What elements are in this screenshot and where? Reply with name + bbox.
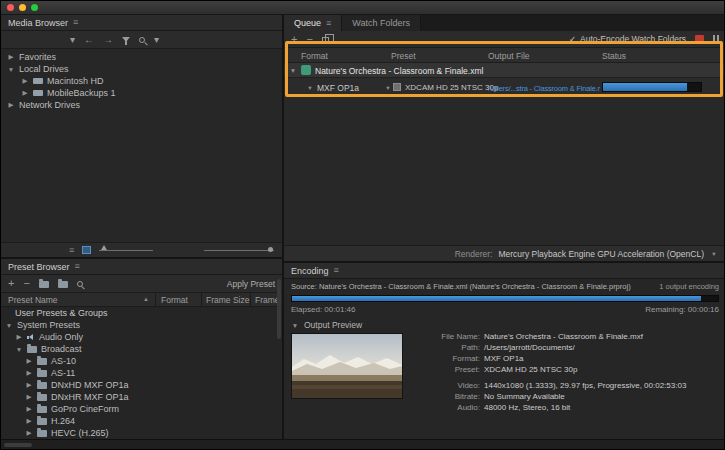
preview-thumbnail [291, 333, 403, 399]
detail-row: Bitrate: No Summary Available [422, 391, 686, 402]
preset-item-dnxhd[interactable]: ▶ DNxHD MXF OP1a [1, 379, 282, 391]
folder-icon [37, 394, 47, 401]
preset-item-as11[interactable]: ▶ AS-11 [1, 367, 282, 379]
disclosure-closed-icon[interactable]: ▶ [25, 381, 33, 389]
create-group-icon[interactable] [39, 281, 49, 288]
search-dropdown-icon[interactable]: ▾ [154, 35, 159, 45]
folder-icon [37, 358, 47, 365]
detail-key: Preset: [422, 364, 480, 375]
preset-search-icon[interactable] [77, 281, 83, 287]
close-window-button[interactable] [7, 4, 14, 11]
delete-preset-icon[interactable]: − [23, 278, 29, 289]
column-header-format[interactable]: Format [161, 295, 188, 305]
panel-menu-icon[interactable]: ≡ [75, 262, 80, 271]
encoding-title: Encoding [291, 266, 329, 276]
detail-row: File Name: Nature's Orchestra - Classroo… [422, 331, 686, 342]
detail-row: Path: /Users/jarrott/Documents/ [422, 342, 686, 353]
preset-item-dnxhr[interactable]: ▶ DNxHR MXF OP1a [1, 391, 282, 403]
preset-item-gopro[interactable]: ▶ GoPro CineForm [1, 403, 282, 415]
search-icon[interactable] [139, 37, 145, 43]
preset-item-as10[interactable]: ▶ AS-10 [1, 355, 282, 367]
disclosure-closed-icon[interactable]: ▶ [25, 357, 33, 365]
preset-browser-header[interactable]: Preset Browser ≡ [1, 259, 282, 275]
preset-scrollbar[interactable] [277, 279, 281, 339]
encoding-header[interactable]: Encoding ≡ [284, 263, 725, 279]
preset-item-label: DNxHR MXF OP1a [51, 392, 129, 402]
disclosure-closed-icon[interactable]: ▶ [25, 417, 33, 425]
disclosure-open-icon[interactable]: ▼ [15, 346, 23, 353]
encoding-source-text: Source: Nature's Orchestra - Classroom &… [291, 282, 631, 291]
disclosure-open-icon[interactable]: ▼ [7, 66, 15, 73]
create-preset-icon[interactable]: + [8, 278, 14, 289]
detail-value: 1440x1080 (1.3333), 29.97 fps, Progressi… [484, 380, 686, 391]
tree-item-local-drives[interactable]: ▼ Local Drives [1, 63, 282, 75]
detail-value: No Summary Available [484, 391, 565, 402]
highlight-annotation [285, 41, 723, 97]
renderer-label: Renderer: [455, 249, 493, 259]
horizontal-scrollbar[interactable] [4, 443, 32, 447]
tree-item-macintosh-hd[interactable]: ▶ Macintosh HD [1, 75, 282, 87]
thumbnail-view-icon[interactable] [82, 246, 91, 254]
disclosure-closed-icon[interactable]: ▶ [7, 101, 15, 109]
panel-menu-icon[interactable]: ≡ [73, 18, 78, 27]
preset-item-system-presets[interactable]: ▼ System Presets [1, 319, 282, 331]
window-status-bar [1, 439, 724, 449]
preset-item-h264[interactable]: ▶ H.264 [1, 415, 282, 427]
preset-item-label: System Presets [17, 320, 80, 330]
scrub-slider[interactable] [204, 250, 274, 251]
folder-icon [37, 430, 47, 437]
panel-menu-icon[interactable]: ≡ [334, 266, 339, 275]
preset-item-label: HEVC (H.265) [51, 428, 109, 438]
minimize-window-button[interactable] [19, 4, 26, 11]
column-header-preset-name[interactable]: Preset Name [8, 295, 58, 305]
folder-icon [37, 370, 47, 377]
slider-handle[interactable] [101, 245, 107, 250]
tab-watch-folders[interactable]: Watch Folders [342, 15, 421, 31]
thumbnail-size-slider[interactable] [99, 250, 153, 251]
panel-menu-icon[interactable]: ≡ [326, 19, 331, 28]
media-browser-footer: ≡ [1, 242, 282, 257]
back-icon[interactable]: ← [84, 35, 94, 45]
tab-queue[interactable]: Queue ≡ [284, 15, 342, 31]
sort-asc-icon[interactable]: ▲ [143, 296, 149, 302]
encoding-panel: Encoding ≡ Source: Nature's Orchestra - … [284, 263, 725, 441]
preset-item-hevc[interactable]: ▶ HEVC (H.265) [1, 427, 282, 439]
forward-icon[interactable]: → [103, 35, 113, 45]
preset-item-user-presets[interactable]: User Presets & Groups [1, 307, 282, 319]
slider-knob[interactable] [268, 247, 273, 252]
disclosure-closed-icon[interactable]: ▶ [15, 333, 23, 341]
encoding-progress-fill [292, 296, 701, 301]
output-preview-toggle[interactable]: ▼ Output Preview [284, 314, 725, 330]
filter-icon[interactable] [122, 37, 130, 42]
tree-item-network-drives[interactable]: ▶ Network Drives [1, 99, 282, 111]
source-dropdown-icon[interactable]: ▾ [70, 35, 75, 45]
encoding-times-row: Elapsed: 00:01:46 Remaining: 00:00:16 [284, 302, 725, 314]
renderer-dropdown-icon[interactable]: ▾ [710, 250, 718, 258]
disclosure-closed-icon[interactable]: ▶ [7, 53, 15, 61]
preset-item-broadcast[interactable]: ▼ Broadcast [1, 343, 282, 355]
import-preset-icon[interactable] [58, 281, 68, 288]
folder-icon [37, 418, 47, 425]
media-browser-title: Media Browser [8, 18, 68, 28]
disclosure-closed-icon[interactable]: ▶ [21, 77, 29, 85]
disclosure-closed-icon[interactable]: ▶ [25, 393, 33, 401]
remaining-time: Remaining: 00:00:16 [645, 305, 719, 314]
media-browser-toolbar: ▾ ← → ▾ [1, 31, 282, 49]
renderer-select[interactable]: Mercury Playback Engine GPU Acceleration… [498, 249, 704, 259]
media-browser-panel: Media Browser ≡ ▾ ← → ▾ ▶ Favorites ▼ Lo… [1, 15, 282, 257]
disclosure-open-icon[interactable]: ▼ [5, 322, 13, 329]
disclosure-open-icon[interactable]: ▼ [291, 322, 299, 329]
disclosure-closed-icon[interactable]: ▶ [25, 369, 33, 377]
media-browser-header[interactable]: Media Browser ≡ [1, 15, 282, 31]
list-view-icon[interactable]: ≡ [69, 246, 74, 255]
disclosure-closed-icon[interactable]: ▶ [21, 89, 29, 97]
tree-item-favorites[interactable]: ▶ Favorites [1, 51, 282, 63]
apply-preset-button[interactable]: Apply Preset [227, 279, 275, 289]
preset-item-audio-only[interactable]: ▶ Audio Only [1, 331, 282, 343]
zoom-window-button[interactable] [31, 4, 38, 11]
tree-item-mobilebackups[interactable]: ▶ MobileBackups 1 [1, 87, 282, 99]
column-header-frame-size[interactable]: Frame Size [206, 295, 249, 305]
disclosure-closed-icon[interactable]: ▶ [25, 429, 33, 437]
detail-key: Video: [422, 380, 480, 391]
disclosure-closed-icon[interactable]: ▶ [25, 405, 33, 413]
